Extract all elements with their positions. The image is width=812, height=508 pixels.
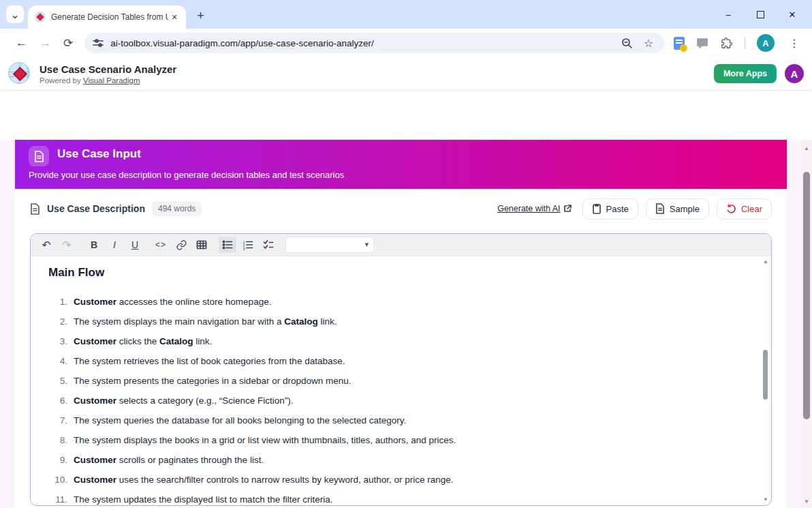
clear-button[interactable]: Clear xyxy=(717,198,772,220)
underline-button[interactable]: U xyxy=(126,237,144,253)
list-item: 6.Customer selects a category (e.g., “Sc… xyxy=(48,391,751,410)
list-item: 2.The system displays the main navigatio… xyxy=(48,312,751,331)
forward-button[interactable]: → xyxy=(40,36,51,50)
user-avatar[interactable]: A xyxy=(785,64,804,83)
download-badge-icon: ↓ xyxy=(680,44,687,52)
list-item: 3.Customer clicks the Catalog link. xyxy=(48,331,751,351)
chevron-down-icon: ⌄ xyxy=(10,8,19,21)
browser-tab[interactable]: Generate Decision Tables from U ✕ xyxy=(28,5,186,29)
banner-subtitle: Provide your use case description to gen… xyxy=(29,170,344,180)
window-controls: – ✕ xyxy=(723,0,812,29)
word-count-badge: 494 words xyxy=(152,201,202,216)
content-card: Use Case Description 494 words Generate … xyxy=(15,189,787,508)
description-label: Use Case Description xyxy=(47,203,145,214)
comment-icon[interactable] xyxy=(696,37,708,49)
list-item: 10.Customer uses the search/filter contr… xyxy=(48,470,751,490)
external-link-icon xyxy=(563,205,572,213)
svg-text:3: 3 xyxy=(243,247,245,251)
site-favicon-icon xyxy=(35,12,46,23)
page-scrollbar[interactable]: ▲ ▼ xyxy=(801,140,812,508)
bold-button[interactable]: B xyxy=(85,237,103,253)
generate-with-ai-link[interactable]: Generate with AI xyxy=(497,204,571,213)
list-item: 1.Customer accesses the online store hom… xyxy=(48,292,751,312)
app-logo-icon xyxy=(8,62,31,85)
bullet-list-icon[interactable] xyxy=(219,237,236,253)
page-scroll-down-icon[interactable]: ▼ xyxy=(802,498,811,505)
url-text[interactable]: ai-toolbox.visual-paradigm.com/app/use-c… xyxy=(110,38,621,48)
undo-icon[interactable]: ↶ xyxy=(37,237,55,253)
app-header: Use Case Scenario Analyzer Powered by Vi… xyxy=(0,57,812,91)
checklist-icon[interactable] xyxy=(260,237,277,253)
close-button[interactable]: ✕ xyxy=(787,10,797,20)
back-button[interactable]: ← xyxy=(16,36,27,50)
link-icon[interactable] xyxy=(172,237,190,253)
redo-icon[interactable]: ↷ xyxy=(58,237,76,253)
list-item: 11.The system updates the displayed list… xyxy=(48,490,751,506)
tab-search-button[interactable]: ⌄ xyxy=(6,5,24,23)
numbered-list-icon[interactable]: 123 xyxy=(239,237,257,253)
extension-area: ↓ A ⋮ xyxy=(674,34,800,52)
new-tab-button[interactable]: + xyxy=(197,9,204,22)
editor-scroll-up-icon[interactable]: ▲ xyxy=(762,258,770,265)
minimize-button[interactable]: – xyxy=(723,10,733,20)
list-item: 9.Customer scrolls or paginates through … xyxy=(48,450,751,470)
app-title: Use Case Scenario Analyzer xyxy=(40,63,176,75)
maximize-button[interactable] xyxy=(755,11,765,18)
description-toolbar: Use Case Description 494 words Generate … xyxy=(15,189,787,228)
page-scroll-up-icon[interactable]: ▲ xyxy=(802,145,811,151)
sample-doc-icon xyxy=(655,203,665,214)
extensions-puzzle-icon[interactable] xyxy=(720,37,733,50)
tab-close-icon[interactable]: ✕ xyxy=(168,11,181,23)
browser-toolbar: ← → ⟳ ai-toolbox.visual-paradigm.com/app… xyxy=(0,29,812,57)
document-icon xyxy=(29,146,49,166)
editor-scrollbar[interactable]: ▲ ▼ xyxy=(762,258,770,503)
zoom-icon[interactable] xyxy=(621,38,633,49)
page-scroll-thumb[interactable] xyxy=(803,172,810,419)
main-content: Use Case Input Provide your use case des… xyxy=(0,140,812,508)
list-item: 5.The system presents the categories in … xyxy=(48,371,751,391)
banner-title: Use Case Input xyxy=(57,147,141,161)
editor-content[interactable]: Main Flow 1.Customer accesses the online… xyxy=(31,256,771,506)
italic-button[interactable]: I xyxy=(106,237,123,253)
paragraph-style-select[interactable]: ▾ xyxy=(285,237,374,253)
editor-scroll-thumb[interactable] xyxy=(763,350,768,400)
editor-scroll-down-icon[interactable]: ▼ xyxy=(762,496,770,503)
browser-titlebar: ⌄ Generate Decision Tables from U ✕ + – … xyxy=(0,0,812,29)
select-chevron-icon: ▾ xyxy=(364,240,369,249)
docs-extension-icon[interactable]: ↓ xyxy=(674,37,685,50)
sample-button[interactable]: Sample xyxy=(646,198,709,220)
step-indicator: 1 2 Define Use Case Analyze Scenarios xyxy=(0,91,812,140)
rich-text-editor[interactable]: ↶ ↷ B I U <> 123 ▾ Main Flow 1.Customer … xyxy=(30,233,772,506)
browser-menu-icon[interactable]: ⋮ xyxy=(789,37,800,50)
list-item: 4.The system retrieves the list of book … xyxy=(48,351,751,371)
list-item: 7.The system queries the database for al… xyxy=(48,410,751,430)
use-case-list: 1.Customer accesses the online store hom… xyxy=(48,292,751,506)
reset-icon xyxy=(726,204,736,214)
site-settings-icon[interactable] xyxy=(93,38,104,48)
description-doc-icon xyxy=(30,203,40,215)
section-heading: Main Flow xyxy=(48,266,751,280)
powered-by: Powered by Visual Paradigm xyxy=(40,76,176,85)
paste-icon xyxy=(592,203,602,214)
address-bar[interactable]: ai-toolbox.visual-paradigm.com/app/use-c… xyxy=(84,33,664,53)
table-icon[interactable] xyxy=(193,237,210,253)
maximize-icon xyxy=(757,11,764,18)
use-case-input-banner: Use Case Input Provide your use case des… xyxy=(15,140,787,189)
code-button[interactable]: <> xyxy=(152,237,170,253)
paste-button[interactable]: Paste xyxy=(582,198,638,220)
bookmark-star-icon[interactable]: ☆ xyxy=(644,37,653,50)
tab-title: Generate Decision Tables from U xyxy=(51,12,168,22)
toolbar-divider xyxy=(745,37,745,49)
editor-toolbar: ↶ ↷ B I U <> 123 ▾ xyxy=(31,234,771,256)
reload-button[interactable]: ⟳ xyxy=(63,36,73,50)
browser-profile-avatar[interactable]: A xyxy=(757,34,775,52)
more-apps-button[interactable]: More Apps xyxy=(714,64,777,83)
list-item: 8.The system displays the books in a gri… xyxy=(48,430,751,450)
visual-paradigm-link[interactable]: Visual Paradigm xyxy=(83,76,140,85)
